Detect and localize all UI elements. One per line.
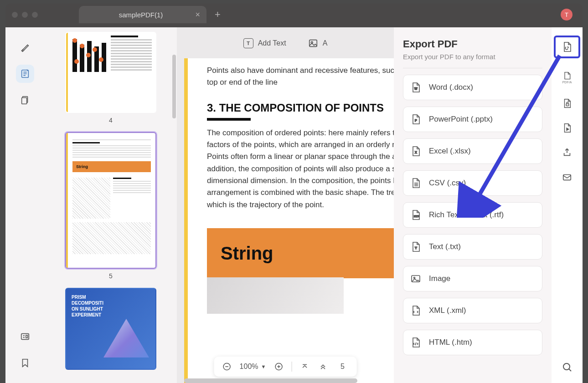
format-label: HTML (.htm)	[429, 338, 472, 347]
format-label: XML (.xml)	[429, 306, 466, 315]
add-image-button[interactable]: A	[308, 38, 328, 48]
xml-file-icon	[410, 305, 422, 317]
svg-rect-10	[309, 40, 317, 47]
add-image-label: A	[323, 39, 328, 47]
format-label: Excel (.xlsx)	[429, 147, 471, 156]
close-window-icon[interactable]	[12, 12, 18, 18]
thumbnail-number: 4	[53, 117, 169, 124]
export-title: Export PDF	[403, 38, 542, 50]
first-page-button[interactable]	[299, 361, 310, 372]
page-number-input[interactable]	[335, 363, 349, 371]
rtf-file-icon: RTF	[410, 209, 422, 221]
svg-text:P: P	[415, 119, 417, 122]
mail-icon[interactable]	[560, 170, 574, 184]
zoom-level-label: 100%	[240, 363, 258, 371]
export-pdf-icon[interactable]	[554, 36, 580, 58]
format-label: Rich Text Format (.rtf)	[429, 210, 504, 220]
prev-page-button[interactable]	[317, 361, 328, 372]
fields-tool-icon[interactable]	[16, 327, 34, 346]
pages-tool-icon[interactable]	[16, 91, 34, 109]
traffic-lights	[12, 12, 38, 18]
zoom-out-button[interactable]	[222, 361, 232, 372]
close-tab-icon[interactable]: ×	[195, 10, 200, 20]
doc-heading: 3. THE COMPOSITION OF POINTS	[207, 102, 394, 114]
svg-text:X: X	[415, 151, 417, 154]
svg-line-31	[569, 369, 571, 371]
bookmark-tool-icon[interactable]	[16, 354, 34, 372]
export-excel-button[interactable]: X Excel (.xlsx)	[403, 138, 542, 164]
format-label: CSV (.csv)	[429, 179, 466, 188]
add-text-button[interactable]: T Add Text	[243, 38, 286, 48]
zoom-page-bar: 100% ▼	[214, 357, 357, 377]
thumbnail-number: 5	[53, 272, 169, 280]
text-icon: T	[243, 38, 253, 48]
svg-rect-29	[563, 175, 571, 180]
doc-paragraph: Points also have dominant and recessive …	[207, 65, 394, 89]
csv-file-icon	[410, 177, 422, 189]
word-file-icon: W	[410, 82, 422, 93]
document-area: T Add Text A Points also have dominant a…	[177, 27, 394, 383]
left-rail	[5, 27, 45, 383]
add-text-label: Add Text	[258, 39, 286, 47]
format-label: Word (.docx)	[429, 83, 473, 92]
zoom-in-button[interactable]	[273, 361, 284, 372]
document-page[interactable]: Points also have dominant and recessive …	[184, 58, 394, 383]
page-thumbnail-4[interactable]	[65, 32, 156, 113]
svg-text:T: T	[415, 246, 417, 250]
svg-point-30	[563, 363, 570, 370]
image-icon	[308, 38, 318, 48]
doc-image-placeholder	[207, 277, 344, 314]
svg-text:RTF: RTF	[414, 215, 419, 218]
avatar[interactable]: T	[561, 9, 573, 20]
tab-row: samplePDF(1) × +	[79, 6, 221, 23]
document-tab[interactable]: samplePDF(1) ×	[79, 6, 206, 23]
format-label: PowerPoint (.pptx)	[429, 115, 493, 124]
html-file-icon	[410, 337, 422, 348]
pdfa-label: PDF/A	[562, 81, 572, 84]
minimize-window-icon[interactable]	[22, 12, 28, 18]
export-rtf-button[interactable]: RTF Rich Text Format (.rtf)	[403, 202, 542, 228]
app-window: samplePDF(1) × + T	[5, 4, 583, 383]
export-csv-button[interactable]: CSV (.csv)	[403, 170, 542, 196]
chevron-down-icon: ▼	[261, 364, 266, 369]
page-thumbnail-5[interactable]: String	[65, 132, 156, 269]
pdfa-icon[interactable]: PDF/A	[560, 69, 574, 86]
prism-graphic-icon	[103, 319, 149, 364]
protect-pdf-icon[interactable]	[560, 97, 574, 110]
horizontal-scrollbar[interactable]	[184, 378, 357, 383]
string-label: String	[221, 243, 273, 264]
doc-paragraph: The composition of ordered points: here …	[207, 127, 394, 211]
excel-file-icon: X	[410, 145, 422, 157]
export-xml-button[interactable]: XML (.xml)	[403, 298, 542, 323]
export-html-button[interactable]: HTML (.htm)	[403, 330, 542, 355]
export-text-button[interactable]: T Text (.txt)	[403, 234, 542, 260]
svg-rect-9	[26, 335, 28, 338]
export-image-button[interactable]: Image	[403, 266, 542, 291]
thumbnail-panel: 4 String 5	[45, 27, 177, 383]
thumbnails-panel-icon[interactable]	[16, 65, 34, 83]
doc-string-block: String	[207, 228, 394, 278]
highlighter-tool-icon[interactable]	[16, 38, 34, 56]
text-file-icon: T	[410, 241, 422, 253]
share-icon[interactable]	[560, 146, 574, 159]
new-tab-button[interactable]: +	[215, 9, 221, 20]
export-panel: Export PDF Export your PDF to any format…	[394, 27, 552, 383]
app-body: 4 String 5	[5, 27, 583, 383]
maximize-window-icon[interactable]	[32, 12, 38, 18]
thumbnail-scrollbar[interactable]	[172, 55, 176, 118]
search-icon[interactable]	[560, 360, 574, 374]
thumbnail-string-label: String	[72, 161, 151, 172]
svg-text:W: W	[414, 87, 418, 90]
titlebar: samplePDF(1) × + T	[5, 4, 583, 26]
svg-rect-28	[566, 104, 569, 106]
thumb6-text: PRISM DECOMPOSITI ON SUNLIGHT EXPERIMENT	[72, 294, 150, 318]
play-pdf-icon[interactable]	[560, 121, 574, 135]
page-thumbnail-6[interactable]: PRISM DECOMPOSITI ON SUNLIGHT EXPERIMENT	[65, 288, 156, 370]
top-toolbar: T Add Text A	[177, 38, 394, 48]
format-label: Text (.txt)	[429, 242, 461, 251]
zoom-level-dropdown[interactable]: 100% ▼	[240, 363, 266, 371]
right-rail: PDF/A	[552, 27, 583, 383]
export-word-button[interactable]: W Word (.docx)	[403, 75, 542, 100]
export-powerpoint-button[interactable]: P PowerPoint (.pptx)	[403, 107, 542, 132]
heading-rule	[207, 118, 251, 121]
